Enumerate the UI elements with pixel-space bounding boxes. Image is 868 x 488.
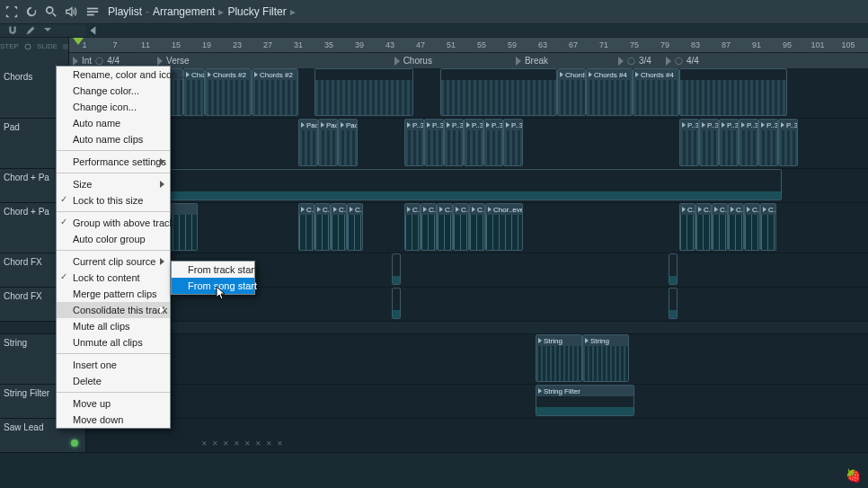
clip[interactable]: P..3: [679, 119, 699, 166]
submenu-item[interactable]: From track start: [172, 262, 254, 278]
bar-number[interactable]: 19: [191, 38, 222, 52]
clip[interactable]: [314, 68, 413, 116]
clip[interactable]: C..b: [728, 203, 744, 251]
clip[interactable]: P..3: [739, 119, 758, 166]
clip[interactable]: Chords #4: [586, 68, 633, 116]
menu-item[interactable]: Size: [57, 176, 170, 192]
menu-item[interactable]: Auto name clips: [57, 131, 170, 147]
bar-number[interactable]: 51: [436, 38, 466, 52]
bar-number[interactable]: 87: [711, 38, 741, 52]
track-lane[interactable]: rds #2Chords #2Chords #2Chords #2Chords …: [86, 68, 868, 118]
bar-number[interactable]: 55: [466, 38, 497, 52]
clip[interactable]: P..3: [778, 119, 798, 166]
menu-item[interactable]: Merge pattern clips: [57, 286, 170, 302]
menu-item[interactable]: Lock to content: [57, 270, 170, 286]
crumb-1[interactable]: Arrangement: [153, 5, 215, 18]
clip[interactable]: Chor..everb: [485, 203, 523, 251]
clip[interactable]: C..b: [347, 203, 363, 251]
track-enable-dot[interactable]: [71, 439, 78, 447]
clip[interactable]: [392, 288, 401, 319]
clip[interactable]: C..b: [469, 203, 485, 251]
breadcrumb[interactable]: Playlist - Arrangement ▸ Plucky Filter ▸: [108, 5, 296, 18]
menu-item[interactable]: Current clip source: [57, 253, 170, 270]
bar-number[interactable]: 67: [558, 38, 589, 52]
clip[interactable]: Pad: [338, 119, 358, 166]
clip[interactable]: [669, 288, 678, 319]
clip[interactable]: String: [536, 334, 582, 382]
crumb-app[interactable]: Playlist: [108, 5, 142, 18]
clip[interactable]: C..b: [453, 203, 469, 251]
slide-toggle-icon[interactable]: [63, 44, 68, 49]
slide-label[interactable]: SLIDE: [37, 42, 58, 50]
menu-item[interactable]: Unmute all clips: [57, 334, 170, 350]
menu-item[interactable]: Change color...: [57, 83, 170, 99]
track-lane[interactable]: StringString: [86, 334, 868, 384]
crumb-2[interactable]: Plucky Filter: [227, 5, 286, 18]
submenu-item[interactable]: From song start: [172, 278, 254, 294]
clip[interactable]: [90, 169, 782, 200]
clip[interactable]: Chords #2: [183, 68, 205, 116]
clip[interactable]: String: [582, 334, 629, 382]
clip[interactable]: String Filter: [536, 385, 634, 416]
clip[interactable]: Pad: [318, 119, 338, 166]
menu-item[interactable]: Consolidate this track: [57, 302, 170, 318]
step-knob-icon[interactable]: [24, 43, 31, 50]
bar-number[interactable]: 91: [741, 38, 772, 52]
clip[interactable]: [679, 68, 787, 116]
clip[interactable]: C..b: [695, 203, 712, 251]
clip[interactable]: Chords #4: [633, 68, 679, 116]
arrangement-marker[interactable]: ◯4/4: [662, 53, 703, 68]
menu-item[interactable]: Insert one: [57, 357, 170, 373]
bar-number[interactable]: 101: [802, 38, 833, 52]
refresh-icon[interactable]: [25, 5, 38, 18]
expand-icon[interactable]: [5, 5, 18, 18]
clip[interactable]: P..3: [503, 119, 523, 166]
arrangement-marker[interactable]: Break: [512, 53, 552, 68]
pencil-icon[interactable]: [25, 25, 36, 36]
menu-item[interactable]: Mute all clips: [57, 318, 170, 334]
track-lane[interactable]: PadPadPadP..3P..3P..3P..3P..3P..3P..3P..…: [86, 119, 868, 168]
menu-item[interactable]: Performance settings: [57, 154, 170, 170]
bar-number[interactable]: 95: [772, 38, 802, 52]
clip[interactable]: P..3: [424, 119, 444, 166]
clip[interactable]: P..3: [699, 119, 719, 166]
clip[interactable]: Chords #4: [557, 68, 586, 116]
track-lane[interactable]: or..everbC..bC..bC..bC..bC..bC..bC..bC..…: [86, 203, 868, 253]
bar-number[interactable]: 59: [497, 38, 527, 52]
bar-number[interactable]: 35: [314, 38, 344, 52]
bar-number[interactable]: 27: [252, 38, 283, 52]
menu-item[interactable]: Change icon...: [57, 99, 170, 115]
clip[interactable]: [440, 68, 557, 116]
clip[interactable]: C..b: [760, 203, 776, 251]
bar-number[interactable]: 79: [650, 38, 680, 52]
menu-item[interactable]: Lock to this size: [57, 192, 170, 209]
scroll-left-icon[interactable]: [88, 25, 99, 36]
magnet-icon[interactable]: [7, 25, 18, 36]
chevron-down-icon[interactable]: [43, 25, 52, 34]
bar-numbers[interactable]: 1711151923273135394347515559636771757983…: [69, 38, 868, 53]
menu-item[interactable]: Auto name: [57, 115, 170, 131]
clip[interactable]: [392, 253, 401, 285]
bar-number[interactable]: 105: [833, 38, 864, 52]
clip[interactable]: C..b: [712, 203, 728, 251]
bar-number[interactable]: 43: [375, 38, 405, 52]
clip[interactable]: [669, 253, 678, 285]
menu-item[interactable]: Move down: [57, 412, 170, 428]
clip[interactable]: C..b: [314, 203, 331, 251]
bar-number[interactable]: 109: [864, 38, 868, 52]
playhead-marker[interactable]: [73, 38, 84, 45]
clip[interactable]: Pad: [298, 119, 318, 166]
volume-icon[interactable]: [65, 5, 77, 18]
bar-number[interactable]: 63: [527, 38, 558, 52]
track-lane[interactable]: String Filter: [86, 385, 868, 418]
bar-number[interactable]: 31: [283, 38, 314, 52]
clip[interactable]: Chords #2: [252, 68, 298, 116]
clip[interactable]: C..b: [437, 203, 453, 251]
bar-number[interactable]: 23: [222, 38, 252, 52]
clip[interactable]: P..3: [483, 119, 503, 166]
bar-number[interactable]: 71: [589, 38, 619, 52]
step-label[interactable]: STEP: [0, 42, 19, 50]
arrangement-marker[interactable]: ◯3/4: [615, 53, 655, 68]
track-lane[interactable]: [86, 169, 868, 202]
bar-number[interactable]: 7: [100, 38, 130, 52]
